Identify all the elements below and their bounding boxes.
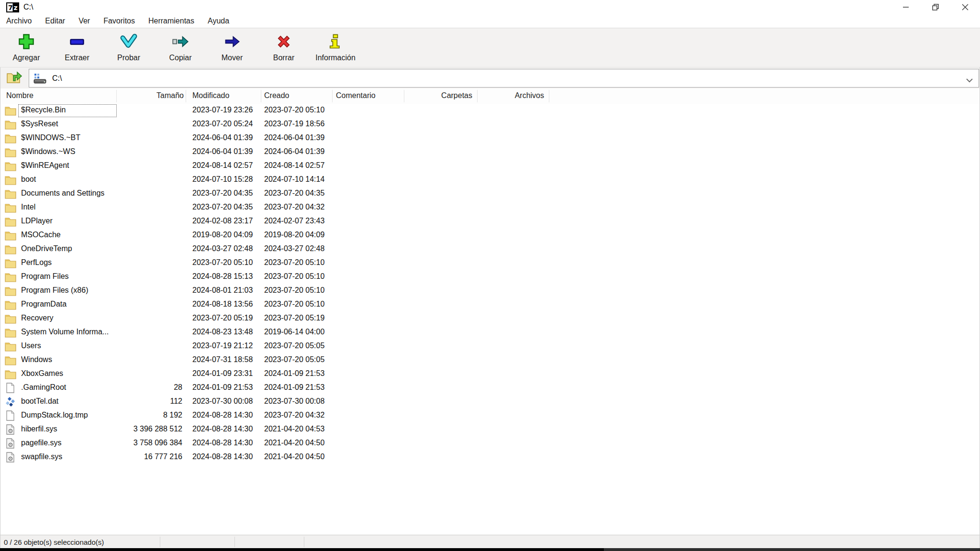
column-header-creado[interactable]: Creado [264,91,289,100]
menu-editar[interactable]: Editar [38,17,72,25]
file-row[interactable]: MSOCache 2019-08-20 04:09 2019-08-20 04:… [0,229,980,242]
restore-button[interactable] [921,0,950,14]
file-created: 2023-07-20 05:10 [264,300,334,309]
copy-arrow-icon [170,31,190,52]
folder-icon [5,272,17,283]
test-button[interactable]: Probar [105,31,153,65]
file-name: LDPlayer [21,217,115,225]
file-modified: 2023-07-19 21:12 [192,342,262,350]
file-size: 3 396 288 512 [117,425,182,433]
file-modified: 2024-07-10 15:28 [192,175,262,184]
folder-icon [5,355,17,366]
file-row[interactable]: pagefile.sys 3 758 096 384 2024-08-28 14… [0,437,980,451]
column-header-nombre[interactable]: Nombre [6,91,33,100]
folder-icon [5,175,17,186]
file-created: 2024-01-09 21:53 [264,383,334,392]
file-row[interactable]: Intel 2023-07-20 04:35 2023-07-20 04:32 [0,201,980,215]
file-row[interactable]: Users 2023-07-19 21:12 2023-07-20 05:05 [0,340,980,353]
file-name: ProgramData [21,300,115,309]
file-row[interactable]: System Volume Informa... 2024-08-23 13:4… [0,326,980,340]
column-header-archivos[interactable]: Archivos [483,91,544,100]
file-row[interactable]: .GamingRoot 28 2024-01-09 21:53 2024-01-… [0,381,980,395]
file-row[interactable]: XboxGames 2024-01-09 23:31 2024-01-09 21… [0,367,980,381]
minimize-button[interactable] [891,0,921,14]
copy-button[interactable]: Copiar [156,31,204,65]
file-created: 2024-06-04 01:39 [264,133,334,142]
column-header-comentario[interactable]: Comentario [336,91,376,100]
file-row[interactable]: $Recycle.Bin 2023-07-19 23:26 2023-07-20… [0,104,980,118]
file-row[interactable]: Program Files (x86) 2024-08-01 21:03 202… [0,284,980,298]
folder-icon [5,202,17,213]
move-button[interactable]: Mover [208,31,256,65]
file-row[interactable]: swapfile.sys 16 777 216 2024-08-28 14:30… [0,451,980,464]
sys-icon [5,424,17,435]
dat-icon [5,397,17,408]
menu-herramientas[interactable]: Herramientas [142,17,201,25]
file-created: 2024-01-09 21:53 [264,369,334,378]
file-row[interactable]: Windows 2024-07-31 18:58 2023-07-20 05:0… [0,353,980,367]
taskbar-edge [0,548,980,551]
file-row[interactable]: LDPlayer 2024-02-08 23:17 2024-02-07 23:… [0,215,980,229]
file-modified: 2024-08-28 14:30 [192,425,262,433]
delete-button[interactable]: Borrar [260,31,308,65]
menu-ver[interactable]: Ver [72,17,97,25]
chevron-down-icon[interactable] [966,76,973,85]
toolbar: Agregar Extraer Probar Copiar Mover Borr… [0,28,980,67]
file-row[interactable]: hiberfil.sys 3 396 288 512 2024-08-28 14… [0,423,980,437]
path-combobox[interactable]: C:\ [29,69,979,88]
add-button[interactable]: Agregar [2,31,50,65]
file-modified: 2023-07-30 00:08 [192,397,262,406]
file-name: Windows [21,355,115,364]
file-row[interactable]: ProgramData 2024-08-18 13:56 2023-07-20 … [0,298,980,312]
file-created: 2021-04-20 04:53 [264,425,334,433]
file-name: pagefile.sys [21,439,115,447]
file-modified: 2023-07-20 05:24 [192,120,262,128]
menu-bar: Archivo Editar Ver Favoritos Herramienta… [0,14,980,28]
file-row[interactable]: boot 2024-07-10 15:28 2024-07-10 14:14 [0,173,980,187]
file-row[interactable]: PerfLogs 2023-07-20 05:10 2023-07-20 05:… [0,256,980,270]
file-row[interactable]: $SysReset 2023-07-20 05:24 2023-07-19 18… [0,118,980,132]
file-created: 2023-07-30 00:08 [264,397,334,406]
up-folder-button[interactable] [3,69,26,87]
file-created: 2023-07-20 04:35 [264,189,334,198]
menu-archivo[interactable]: Archivo [0,17,38,25]
file-modified: 2024-06-04 01:39 [192,147,262,156]
close-button[interactable] [950,0,980,14]
file-row[interactable]: DumpStack.log.tmp 8 192 2024-08-28 14:30… [0,409,980,423]
header-divider [549,90,549,102]
status-bar: 0 / 26 objeto(s) seleccionado(s) [0,535,980,549]
folder-icon [5,119,17,130]
file-row[interactable]: Recovery 2023-07-20 05:19 2023-07-20 05:… [0,312,980,326]
file-modified: 2024-02-08 23:17 [192,217,262,225]
extract-button[interactable]: Extraer [53,31,101,65]
file-row[interactable]: OneDriveTemp 2024-03-27 02:48 2024-03-27… [0,242,980,256]
file-row[interactable]: $WinREAgent 2024-08-14 02:57 2024-08-14 … [0,159,980,173]
file-modified: 2024-03-27 02:48 [192,244,262,253]
status-divider [234,537,235,547]
menu-favoritos[interactable]: Favoritos [97,17,142,25]
add-plus-icon [16,31,36,52]
folder-icon [5,299,17,310]
extract-label: Extraer [65,54,89,62]
file-row[interactable]: $Windows.~WS 2024-06-04 01:39 2024-06-04… [0,145,980,159]
test-check-icon [119,31,139,52]
file-row[interactable]: bootTel.dat 112 2023-07-30 00:08 2023-07… [0,395,980,409]
focus-rectangle [18,104,117,117]
column-header-carpetas[interactable]: Carpetas [412,91,472,100]
folder-icon [5,258,17,269]
info-label: Información [315,54,356,62]
column-header-modificado[interactable]: Modificado [192,91,229,100]
menu-ayuda[interactable]: Ayuda [201,17,236,25]
file-created: 2021-04-20 04:50 [264,439,334,447]
file-modified: 2024-08-23 13:48 [192,328,262,336]
folder-icon [5,216,17,227]
info-button[interactable]: Información [312,31,359,65]
file-row[interactable]: $WINDOWS.~BT 2024-06-04 01:39 2024-06-04… [0,132,980,145]
file-row[interactable]: Documents and Settings 2023-07-20 04:35 … [0,187,980,201]
status-divider [160,537,160,547]
doc-icon [5,383,17,394]
file-row[interactable]: Program Files 2024-08-28 15:13 2023-07-2… [0,270,980,284]
folder-icon [5,161,17,172]
window-title: C:\ [23,3,33,11]
column-header-tamano[interactable]: Tamaño [120,91,184,100]
